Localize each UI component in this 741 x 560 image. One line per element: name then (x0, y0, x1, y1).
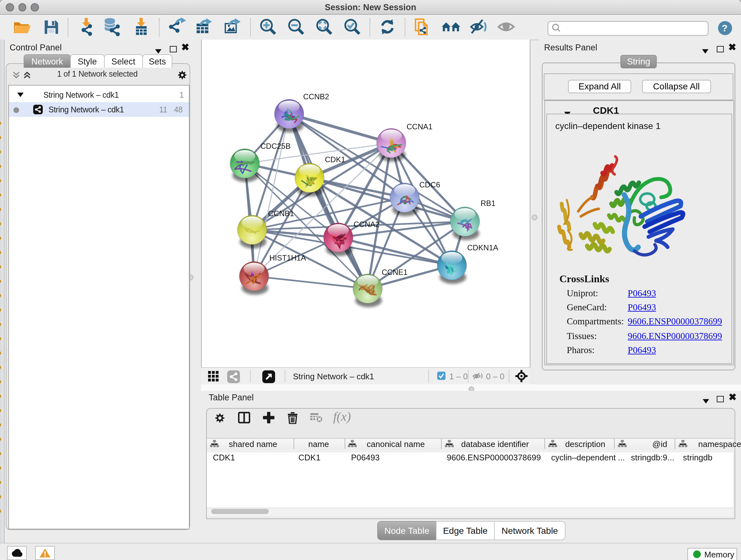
svg-text:CCNB2: CCNB2 (303, 92, 329, 101)
svg-text:CCNA2: CCNA2 (354, 220, 380, 229)
svg-text:CDC6: CDC6 (419, 180, 440, 189)
svg-text:RB1: RB1 (481, 199, 495, 207)
svg-text:CDKN1A: CDKN1A (467, 243, 498, 252)
svg-text:CDK1: CDK1 (325, 155, 345, 164)
svg-text:CDC25B: CDC25B (260, 142, 291, 150)
svg-text:CCNA1: CCNA1 (407, 122, 432, 131)
svg-text:CCNE1: CCNE1 (382, 268, 408, 276)
svg-text:HIST1H1A: HIST1H1A (269, 253, 306, 262)
svg-text:CCNB1: CCNB1 (268, 209, 294, 218)
